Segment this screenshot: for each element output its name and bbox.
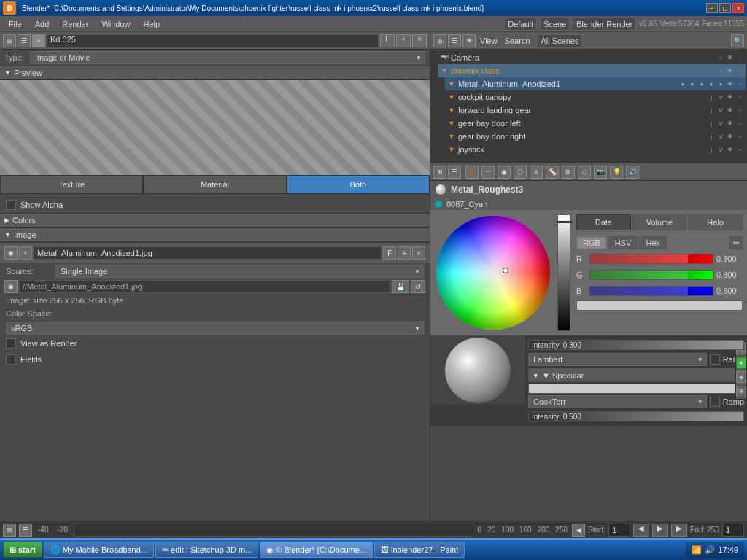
bay-left-vis1-icon[interactable]: V (716, 119, 725, 128)
metal-vis-eye-icon[interactable]: 👁 (726, 79, 735, 88)
search-icon[interactable]: 🔍 (731, 34, 744, 47)
mat-opt2-icon[interactable]: ● (736, 357, 746, 369)
specular-type-dropdown[interactable]: CookTorr ▼ (528, 395, 707, 408)
rgb-tab[interactable]: RGB (576, 236, 607, 249)
image-f-button[interactable]: F (383, 246, 396, 260)
metal-vis3-icon[interactable]: ● (697, 79, 706, 88)
preview-section-header[interactable]: ▼ Preview (0, 66, 430, 80)
view-label[interactable]: View (477, 36, 500, 45)
mat-meta-icon[interactable]: ⬡ (514, 166, 527, 179)
timeline-track[interactable] (74, 524, 473, 537)
mat-lattice-icon[interactable]: ⊠ (562, 166, 575, 179)
g-slider[interactable] (589, 270, 713, 280)
fields-checkbox[interactable] (6, 354, 16, 365)
play-button[interactable]: ▶ (652, 524, 668, 537)
tree-item-camera[interactable]: 📷 Camera ○ 👁 → (438, 51, 746, 64)
right-panel-icon2[interactable]: ☰ (448, 34, 461, 47)
mat-mesh-icon[interactable]: 🔺 (465, 166, 479, 179)
maximize-button[interactable]: □ (719, 3, 731, 13)
timeline-icon[interactable]: ⊞ (3, 524, 16, 537)
mat-surface-icon[interactable]: ◉ (498, 166, 511, 179)
camera-vis-arrow-icon[interactable]: → (735, 53, 744, 62)
plus-button[interactable]: + (396, 34, 411, 47)
volume-tab[interactable]: Volume (632, 214, 687, 230)
source-dropdown[interactable]: Single Image ▼ (55, 265, 424, 278)
menu-add[interactable]: Add (29, 18, 55, 30)
tab-both[interactable]: Both (287, 175, 430, 194)
image-x-button[interactable]: × (412, 246, 425, 260)
lambert-ramp-checkbox[interactable] (710, 354, 720, 365)
halo-tab[interactable]: Halo (688, 214, 743, 230)
search-label[interactable]: Search (502, 36, 533, 45)
phoenix-vis-render-icon[interactable]: ○ (716, 66, 725, 75)
mat-camera2-icon[interactable]: 📷 (594, 166, 607, 179)
mat-light-icon[interactable]: 💡 (610, 166, 623, 179)
tree-item-joystick[interactable]: ▼ joystick | V 👁 → (445, 143, 746, 156)
mat-opt4-icon[interactable]: ⊞ (736, 386, 746, 397)
view-as-render-checkbox[interactable] (6, 338, 16, 349)
show-alpha-checkbox[interactable] (6, 200, 16, 210)
material-name-field[interactable]: Kd.025 (47, 34, 379, 47)
next-frame-button[interactable]: ▶ (671, 524, 687, 537)
metal-vis1-icon[interactable]: ● (678, 79, 687, 88)
mat-armature-icon[interactable]: 🦴 (546, 166, 559, 179)
b-slider[interactable] (589, 286, 713, 296)
eyedropper-button[interactable]: ✏ (729, 236, 743, 249)
bay-right-vis-eye-icon[interactable]: 👁 (726, 132, 735, 141)
taskbar-item-blender[interactable]: ◉ © Blender* [C:\Docume... (260, 542, 373, 558)
image-filename[interactable]: Metal_Aluminum_Anodized1.jpg (34, 246, 382, 260)
phoenix-vis-arrow-icon[interactable]: → (735, 66, 744, 75)
camera-vis-render-icon[interactable]: ○ (716, 53, 725, 62)
panel-icon-1[interactable]: ⊞ (3, 34, 16, 47)
metal-vis4-icon[interactable]: ● (707, 79, 716, 88)
data-tab[interactable]: Data (576, 214, 631, 230)
value-slider[interactable] (557, 214, 570, 331)
mat-curve-icon[interactable]: 〰 (481, 166, 495, 179)
scene-layout-dropdown[interactable]: Default (504, 18, 537, 31)
tree-item-forward-landing-gear[interactable]: ▼ forward landing gear | V 👁 → (445, 104, 746, 117)
color-wheel-container[interactable] (435, 214, 551, 331)
mat-icon2[interactable]: ☰ (448, 166, 461, 179)
hsv-tab[interactable]: HSV (608, 236, 638, 249)
lambert-dropdown[interactable]: Lambert ▼ (528, 353, 707, 366)
timeline-menu-icon[interactable]: ☰ (19, 524, 32, 537)
mat-icon1[interactable]: ⊞ (433, 166, 446, 179)
cockpit-vis1-icon[interactable]: V (716, 93, 725, 101)
joystick-vis-arrow-icon[interactable]: → (735, 145, 744, 154)
start-button[interactable]: ⊞ start (3, 542, 42, 558)
specular-intensity-slider[interactable]: Intensity: 0.500 (528, 411, 744, 421)
tab-material[interactable]: Material (143, 175, 286, 194)
scene-name-dropdown[interactable]: Scene (540, 18, 570, 31)
taskbar-item-mobile[interactable]: 🌐 My Mobile Broadband... (44, 542, 154, 558)
path-field[interactable]: //Metal_Aluminum_Anodized1.jpg (19, 280, 390, 293)
image-plus-button[interactable]: + (398, 246, 411, 260)
current-frame-input[interactable] (722, 524, 744, 537)
tab-texture[interactable]: Texture (0, 175, 143, 194)
metal-vis5-icon[interactable]: ● (716, 79, 725, 88)
tree-item-phoenix-class[interactable]: ▼ phoenix class ○ 👁 → (438, 64, 746, 77)
color-wheel-canvas[interactable] (435, 214, 551, 331)
colors-section-header[interactable]: ▶ Colors (0, 213, 430, 228)
panel-icon-2[interactable]: ☰ (18, 34, 31, 47)
view-icon[interactable]: 👁 (462, 34, 476, 47)
bay-right-vis1-icon[interactable]: V (716, 132, 725, 141)
camera-vis-eye-icon[interactable]: 👁 (726, 53, 735, 62)
all-scenes-dropdown[interactable]: All Scenes (538, 34, 583, 47)
bay-left-vis-eye-icon[interactable]: 👁 (726, 119, 735, 128)
mat-empty-icon[interactable]: ◇ (578, 166, 591, 179)
gear-vis-eye-icon[interactable]: 👁 (726, 106, 735, 114)
gear-vis-arrow-icon[interactable]: → (735, 106, 744, 114)
panel-icon-checker[interactable]: ▪ (32, 34, 45, 47)
diffuse-intensity-slider[interactable]: Intensity: 0.800 (528, 340, 744, 350)
tree-item-gear-bay-left[interactable]: ▼ gear bay door left | V 👁 → (445, 117, 746, 130)
taskbar-item-paint[interactable]: 🖼 inblender27 - Paint (374, 542, 465, 558)
taskbar-item-sketchup[interactable]: ✏ edit : Sketchup 3D m... (155, 542, 258, 558)
start-frame-input[interactable] (608, 524, 630, 537)
tree-item-cockpit-canopy[interactable]: ▼ cockpit canopy | V 👁 → (445, 90, 746, 104)
cockpit-vis-eye-icon[interactable]: 👁 (726, 93, 735, 101)
path-reload-button[interactable]: ↺ (411, 280, 425, 293)
joystick-vis-eye-icon[interactable]: 👁 (726, 145, 735, 154)
window-controls[interactable]: − □ × (706, 3, 744, 13)
close-button[interactable]: × (732, 3, 744, 13)
play-icon[interactable]: ◀ (572, 524, 585, 537)
